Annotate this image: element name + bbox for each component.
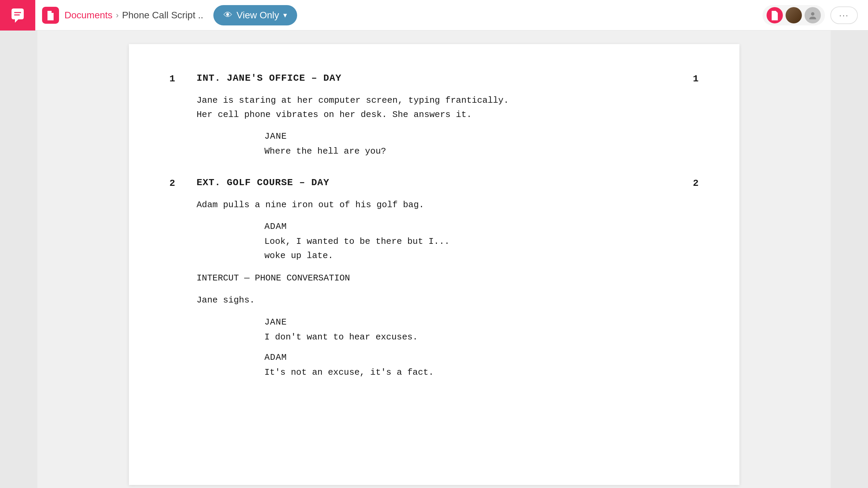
scene-2-number-left: 2 — [170, 176, 197, 191]
scene-2-header: EXT. GOLF COURSE – DAY — [197, 176, 672, 190]
more-button[interactable]: ··· — [830, 6, 858, 24]
scene-2-dialogue-jane-2: JANE I don't want to hear excuses. — [197, 316, 672, 345]
nav-right: ··· — [763, 5, 858, 25]
scene-2-action2: Jane sighs. — [197, 293, 672, 308]
chevron-down-icon: ▾ — [283, 11, 287, 20]
document-page: 1 INT. JANE'S OFFICE – DAY Jane is stari… — [129, 44, 739, 485]
navbar: Documents › Phone Call Script .. 👁 View … — [0, 0, 868, 31]
svg-rect-4 — [49, 16, 51, 17]
scene-2-row: 2 EXT. GOLF COURSE – DAY Adam pulls a ni… — [170, 176, 699, 387]
character-name-adam-1: ADAM — [265, 220, 672, 233]
dialogue-text-adam-2: It's not an excuse, it's a fact. — [265, 366, 672, 380]
scene-2-content: EXT. GOLF COURSE – DAY Adam pulls a nine… — [197, 176, 672, 387]
scene-2-dialogue-adam-2: ADAM It's not an excuse, it's a fact. — [197, 351, 672, 380]
character-name-jane-1: JANE — [265, 130, 672, 143]
scene-1-dialogue-jane: JANE Where the hell are you? — [197, 130, 672, 159]
scene-1-action: Jane is staring at her computer screen, … — [197, 94, 672, 122]
dialogue-text-adam-1: Look, I wanted to be there but I... woke… — [265, 235, 672, 263]
app-logo — [0, 0, 35, 31]
scene-1-content: INT. JANE'S OFFICE – DAY Jane is staring… — [197, 71, 672, 165]
left-sidebar — [0, 31, 37, 488]
character-name-jane-2: JANE — [265, 316, 672, 329]
breadcrumb: Documents › Phone Call Script .. — [64, 10, 203, 21]
avatar-group — [763, 5, 825, 25]
character-name-adam-2: ADAM — [265, 351, 672, 364]
screenplay: 1 INT. JANE'S OFFICE – DAY Jane is stari… — [170, 71, 699, 387]
view-only-button[interactable]: 👁 View Only ▾ — [213, 5, 297, 25]
scene-1-row: 1 INT. JANE'S OFFICE – DAY Jane is stari… — [170, 71, 699, 165]
avatar-user2 — [786, 7, 802, 23]
breadcrumb-current: Phone Call Script .. — [122, 10, 204, 21]
main-container: 1 INT. JANE'S OFFICE – DAY Jane is stari… — [0, 31, 868, 488]
scene-2-number-right: 2 — [672, 176, 699, 191]
view-only-label: View Only — [236, 10, 279, 21]
scene-1-number-left: 1 — [170, 71, 197, 86]
dialogue-text-jane-2: I don't want to hear excuses. — [265, 330, 672, 345]
avatar-user3 — [805, 7, 821, 23]
svg-rect-3 — [49, 15, 53, 15]
scene-2-intercut: INTERCUT — PHONE CONVERSATION — [197, 271, 672, 286]
eye-icon: 👁 — [224, 10, 232, 20]
document-area: 1 INT. JANE'S OFFICE – DAY Jane is stari… — [37, 31, 831, 488]
doc-icon — [42, 7, 59, 24]
svg-point-5 — [811, 12, 814, 16]
breadcrumb-documents[interactable]: Documents — [64, 10, 113, 21]
dialogue-text-jane-1: Where the hell are you? — [265, 144, 672, 159]
scene-1-header: INT. JANE'S OFFICE – DAY — [197, 71, 672, 85]
scene-2-action1: Adam pulls a nine iron out of his golf b… — [197, 198, 672, 212]
breadcrumb-arrow: › — [116, 11, 119, 20]
scene-2-dialogue-adam-1: ADAM Look, I wanted to be there but I...… — [197, 220, 672, 263]
avatar-user1 — [767, 7, 783, 23]
right-sidebar — [831, 31, 868, 488]
scene-1-number-right: 1 — [672, 71, 699, 86]
